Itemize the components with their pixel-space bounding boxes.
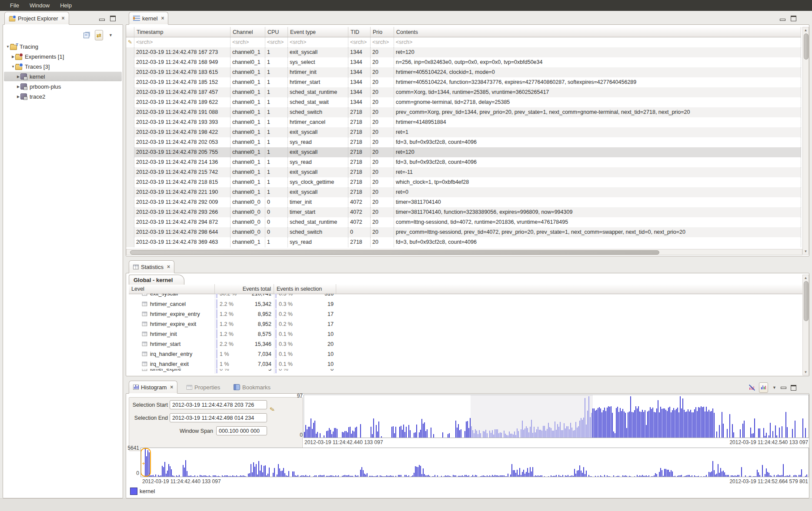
menu-file[interactable]: File	[5, 1, 24, 10]
tree-item-tracing[interactable]: ▼TTracing	[4, 42, 122, 51]
selection-start-input[interactable]: 2012-03-19 11:24:42.478 203 726	[170, 400, 267, 409]
close-icon[interactable]: ×	[167, 264, 170, 270]
scrollbar-thumb[interactable]	[804, 281, 809, 321]
menu-help[interactable]: Help	[55, 1, 77, 10]
activate-trace-coloring-button[interactable]	[759, 382, 768, 393]
edit-pencil-icon[interactable]: ✎	[269, 406, 275, 412]
minimize-icon[interactable]	[781, 387, 786, 389]
scrollbar-thumb[interactable]	[130, 250, 659, 255]
events-vertical-scrollbar[interactable]: ▲ ▼	[802, 27, 809, 255]
statistics-row[interactable]: hrtimer_init1.2 %8,5750.1 %10	[129, 329, 802, 339]
view-menu-icon[interactable]: ▼	[772, 385, 776, 390]
filter-input-cpu[interactable]: <srch>	[265, 37, 288, 47]
statistics-row[interactable]: hrtimer_cancel2.2 %15,3420.3 %19	[129, 299, 802, 309]
column-header-cpu[interactable]: CPU	[265, 27, 288, 37]
statistics-subtab-global-kernel[interactable]: Global - kernel	[129, 275, 184, 285]
view-menu-icon[interactable]: ▼	[109, 33, 113, 37]
maximize-icon[interactable]	[791, 16, 796, 21]
maximize-icon[interactable]	[110, 16, 116, 21]
event-row[interactable]: 2012-03-19 11:24:42.478 202 053channel0_…	[126, 137, 801, 147]
event-row[interactable]: 2012-03-19 11:24:42.478 221 190channel0_…	[126, 187, 801, 197]
event-row[interactable]: 2012-03-19 11:24:42.478 215 742channel0_…	[126, 167, 801, 177]
event-row[interactable]: 2012-03-19 11:24:42.478 183 615channel0_…	[126, 67, 801, 77]
event-row[interactable]: 2012-03-19 11:24:42.478 214 136channel0_…	[126, 157, 801, 167]
scroll-up-icon[interactable]: ▲	[803, 276, 809, 280]
filter-input-tid[interactable]: <srch>	[348, 37, 371, 47]
scrollbar-thumb[interactable]	[804, 33, 809, 60]
minimize-icon[interactable]	[780, 19, 785, 21]
collapsed-arrow-icon[interactable]: ▶	[16, 95, 20, 99]
event-row[interactable]: 2012-03-19 11:24:42.478 205 755channel0_…	[126, 147, 801, 157]
close-icon[interactable]: ×	[170, 384, 173, 390]
close-icon[interactable]: ×	[161, 15, 164, 21]
full-histogram-plot[interactable]: +	[140, 448, 809, 477]
minimize-icon[interactable]	[99, 19, 105, 21]
filter-input-timestamp[interactable]: <srch>	[134, 37, 231, 47]
close-icon[interactable]: ×	[61, 15, 64, 21]
column-header-events-in-selection[interactable]: Events in selection	[274, 284, 336, 294]
statistics-vertical-scrollbar[interactable]: ▲ ▼	[802, 275, 809, 375]
statistics-row[interactable]: itimer_expire0 %50 %0	[129, 369, 802, 374]
tab-properties[interactable]: Properties	[183, 381, 224, 394]
expanded-arrow-icon[interactable]: ▼	[11, 65, 15, 69]
collapsed-arrow-icon[interactable]: ▶	[16, 85, 20, 89]
event-row[interactable]: 2012-03-19 11:24:42.478 293 266channel0_…	[126, 207, 801, 217]
event-row[interactable]: 2012-03-19 11:24:42.478 193 393channel0_…	[126, 117, 801, 127]
filter-input-contents[interactable]: <srch>	[394, 37, 801, 47]
column-header-event-type[interactable]: Event type	[288, 27, 348, 37]
tree-item-trace2[interactable]: ▶trace2	[4, 92, 122, 101]
statistics-row[interactable]: exit_syscall30.2 %210,7410.3 %316	[129, 294, 802, 299]
tree-item-prboom-plus[interactable]: ▶prboom-plus	[4, 82, 122, 91]
event-row[interactable]: 2012-03-19 11:24:42.478 185 152channel0_…	[126, 77, 801, 87]
tab-project-explorer[interactable]: Project Explorer ×	[4, 12, 69, 25]
collapsed-arrow-icon[interactable]: ▶	[16, 75, 20, 79]
event-row[interactable]: 2012-03-19 11:24:42.478 294 872channel0_…	[126, 217, 801, 227]
link-with-editor-button[interactable]: ⇄	[95, 30, 103, 40]
window-range-indicator[interactable]: +	[140, 448, 151, 477]
event-row[interactable]: 2012-03-19 11:24:42.478 369 463channel0_…	[126, 237, 801, 247]
column-header-contents[interactable]: Contents	[394, 27, 801, 37]
statistics-row[interactable]: irq_handler_exit1 %7,0340.1 %10	[129, 359, 802, 369]
events-horizontal-scrollbar[interactable]	[126, 249, 802, 255]
statistics-row[interactable]: hrtimer_expire_exit1.2 %8,9520.2 %17	[129, 319, 802, 329]
event-row[interactable]: 2012-03-19 11:24:42.478 292 009channel0_…	[126, 197, 801, 207]
event-row[interactable]: 2012-03-19 11:24:42.478 187 457channel0_…	[126, 87, 801, 97]
statistics-row[interactable]: hrtimer_start2.2 %15,3460.3 %20	[129, 339, 802, 349]
tab-bookmarks[interactable]: Bookmarks	[230, 381, 274, 394]
statistics-row[interactable]: hrtimer_expire_entry1.2 %8,9520.2 %17	[129, 309, 802, 319]
column-header-level[interactable]: Level	[129, 284, 215, 294]
scroll-down-icon[interactable]: ▼	[803, 249, 809, 253]
event-row[interactable]: 2012-03-19 11:24:42.478 168 949channel0_…	[126, 57, 801, 67]
tab-histogram[interactable]: Histogram ×	[129, 381, 177, 394]
scroll-down-icon[interactable]: ▼	[803, 370, 809, 374]
column-header-events-total[interactable]: Events total	[215, 284, 274, 294]
filter-input-prio[interactable]: <srch>	[371, 37, 394, 47]
tab-statistics[interactable]: Statistics ×	[129, 260, 174, 273]
column-header-tid[interactable]: TID	[348, 27, 371, 37]
event-row[interactable]: 2012-03-19 11:24:42.478 167 273channel0_…	[126, 47, 801, 57]
event-row[interactable]: 2012-03-19 11:24:42.478 198 422channel0_…	[126, 127, 801, 137]
filter-input-event-type[interactable]: <srch>	[288, 37, 348, 47]
column-header-timestamp[interactable]: Timestamp	[134, 27, 231, 37]
menu-window[interactable]: Window	[25, 1, 54, 10]
statistics-row[interactable]: irq_handler_entry1 %7,0340.1 %10	[129, 349, 802, 359]
expanded-arrow-icon[interactable]: ▼	[6, 45, 10, 49]
selection-end-input[interactable]: 2012-03-19 11:24:42.498 014 234	[170, 413, 267, 422]
tree-item-kernel[interactable]: ▶kernel	[4, 72, 122, 81]
hide-lost-events-icon[interactable]	[749, 385, 755, 390]
scroll-up-icon[interactable]: ▲	[803, 28, 809, 32]
column-header-channel[interactable]: Channel	[231, 27, 265, 37]
tree-item-traces[interactable]: ▼Traces [3]	[4, 62, 122, 71]
zoom-histogram-plot[interactable]	[304, 395, 809, 438]
window-span-input[interactable]: 000.100 000 000	[216, 426, 267, 435]
event-row[interactable]: 2012-03-19 11:24:42.478 191 088channel0_…	[126, 107, 801, 117]
event-row[interactable]: 2012-03-19 11:24:42.478 298 644channel0_…	[126, 227, 801, 237]
tab-kernel-events[interactable]: kernel ×	[129, 12, 168, 25]
events-filter-row[interactable]: ✎<srch><srch><srch><srch><srch><srch><sr…	[126, 37, 801, 47]
event-row[interactable]: 2012-03-19 11:24:42.478 189 622channel0_…	[126, 97, 801, 107]
tree-item-experiments[interactable]: ▶Experiments [1]	[4, 52, 122, 61]
event-row[interactable]: 2012-03-19 11:24:42.478 218 815channel0_…	[126, 177, 801, 187]
column-header-prio[interactable]: Prio	[371, 27, 394, 37]
collapse-all-icon[interactable]	[84, 33, 89, 38]
collapsed-arrow-icon[interactable]: ▶	[11, 55, 15, 59]
